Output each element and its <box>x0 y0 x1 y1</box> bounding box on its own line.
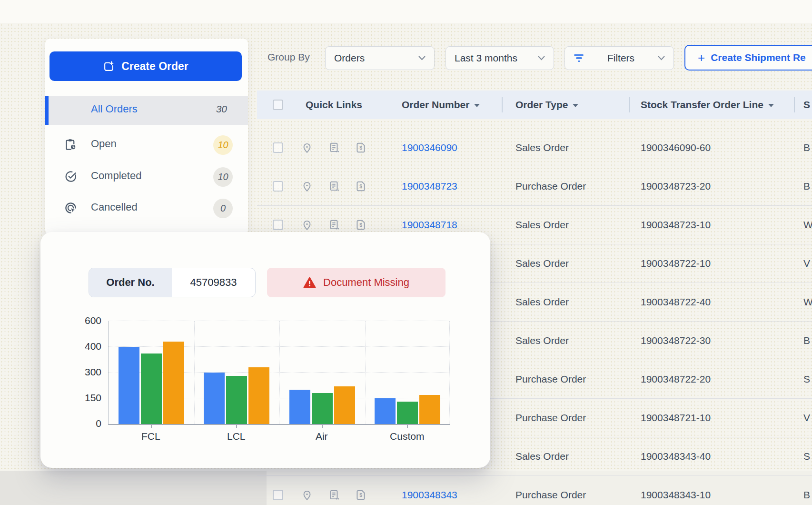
row-checkbox[interactable] <box>273 490 283 500</box>
create-order-button[interactable]: Create Order <box>50 51 242 81</box>
x-axis-tick <box>151 425 152 428</box>
order-notes-icon[interactable] <box>328 219 340 231</box>
table-header: Quick Links Order Number Order Type Stoc… <box>257 91 812 119</box>
row-checkbox[interactable] <box>273 181 283 192</box>
order-no-value: 45709833 <box>172 268 255 297</box>
group-by-select[interactable]: Orders <box>325 46 435 70</box>
order-type-cell: Sales Order <box>515 335 569 346</box>
bar-Custom-orange <box>419 395 440 424</box>
stock-transfer-line-cell: 1900348723-20 <box>641 181 711 192</box>
x-axis-tick <box>322 425 323 428</box>
sort-caret-icon <box>768 104 774 107</box>
stock-transfer-line-cell: 1900348343-40 <box>641 451 711 462</box>
invoice-document-icon[interactable]: $ <box>355 219 367 231</box>
chevron-down-icon <box>658 56 665 61</box>
sidebar-item-completed[interactable]: Completed 10 <box>45 162 248 192</box>
location-pin-icon[interactable] <box>301 219 313 231</box>
create-order-icon <box>103 61 115 72</box>
y-tick-label: 400 <box>68 341 101 352</box>
bar-LCL-green <box>226 376 247 424</box>
x-category-label: Custom <box>378 431 436 442</box>
group-by-label: Group By <box>267 51 310 63</box>
orders-bar-chart <box>108 321 450 425</box>
date-range-select[interactable]: Last 3 months <box>446 46 554 70</box>
sidebar-item-all-orders[interactable]: All Orders 30 <box>45 96 248 125</box>
last-column-cell: V <box>803 412 810 424</box>
order-number-link[interactable]: 1900348718 <box>402 219 457 231</box>
row-checkbox[interactable] <box>273 142 283 153</box>
bottom-shadow-band <box>0 471 267 505</box>
invoice-document-icon[interactable]: $ <box>355 180 367 192</box>
sidebar-item-label: Completed <box>91 170 141 182</box>
location-pin-icon[interactable] <box>301 489 313 501</box>
header-divider <box>502 97 503 112</box>
bar-LCL-blue <box>204 373 225 424</box>
header-order-number[interactable]: Order Number <box>402 91 480 119</box>
last-column-cell: S <box>803 451 810 462</box>
create-shipment-button[interactable]: + Create Shipment Re <box>684 45 812 71</box>
location-pin-icon[interactable] <box>301 141 313 154</box>
svg-text:$: $ <box>359 493 362 498</box>
sidebar-item-label: Cancelled <box>91 201 138 213</box>
header-last-col: S <box>803 91 810 119</box>
order-number-link[interactable]: 1900348723 <box>402 181 457 192</box>
order-notes-icon[interactable] <box>328 489 340 501</box>
x-axis-tick <box>407 425 408 428</box>
header-order-type[interactable]: Order Type <box>515 91 578 119</box>
sidebar-item-label: All Orders <box>91 103 138 115</box>
svg-text:$: $ <box>359 222 362 228</box>
last-column-cell: W <box>803 296 812 308</box>
invoice-document-icon[interactable]: $ <box>355 141 367 154</box>
order-number-link[interactable]: 1900348343 <box>402 489 457 501</box>
order-type-cell: Purchase Order <box>515 374 586 385</box>
bar-FCL-green <box>141 354 162 424</box>
order-number-link[interactable]: 1900346090 <box>402 142 457 153</box>
bar-Air-orange <box>334 386 355 424</box>
active-indicator <box>45 96 49 125</box>
last-column-cell: B <box>803 489 810 501</box>
select-all-checkbox[interactable] <box>273 100 283 110</box>
chevron-down-icon <box>418 56 426 61</box>
order-notes-icon[interactable] <box>328 141 340 154</box>
create-order-label: Create Order <box>121 60 188 73</box>
bar-LCL-orange <box>248 367 269 424</box>
last-column-cell: S <box>803 374 810 385</box>
group-by-value: Orders <box>334 52 365 64</box>
bar-Custom-green <box>397 402 418 424</box>
bar-Air-green <box>312 393 333 424</box>
order-no-field[interactable]: Order No. 45709833 <box>89 268 256 297</box>
top-strip <box>0 0 812 23</box>
clipboard-clock-icon <box>64 138 77 151</box>
order-type-cell: Sales Order <box>515 451 569 462</box>
table-row: $ 1900348343Purchase Order1900348343-10B <box>257 476 812 505</box>
order-notes-icon[interactable] <box>328 180 340 192</box>
stock-transfer-line-cell: 1900348343-10 <box>641 489 711 501</box>
warning-triangle-icon <box>303 276 316 289</box>
bar-FCL-orange <box>163 342 184 424</box>
filters-label: Filters <box>607 52 634 64</box>
filter-icon <box>574 54 584 62</box>
header-quick-links: Quick Links <box>306 91 362 119</box>
order-type-cell: Sales Order <box>515 219 569 231</box>
order-type-cell: Purchase Order <box>515 489 586 501</box>
x-axis-tick <box>236 425 237 428</box>
sidebar-item-cancelled[interactable]: Cancelled 0 <box>45 194 248 223</box>
cancel-click-icon <box>64 202 77 214</box>
app-canvas: Group By Orders Last 3 months Filters + … <box>0 0 812 505</box>
last-column-cell: B <box>803 335 810 346</box>
order-type-cell: Sales Order <box>515 142 569 153</box>
header-stock-transfer[interactable]: Stock Transfer Order Line <box>641 91 774 119</box>
order-detail-popup: Order No. 45709833 Document Missing 0150… <box>40 232 490 468</box>
invoice-document-icon[interactable]: $ <box>355 489 367 501</box>
stock-transfer-line-cell: 1900346090-60 <box>641 142 711 153</box>
order-type-cell: Sales Order <box>515 258 569 269</box>
row-checkbox[interactable] <box>273 220 283 230</box>
y-tick-label: 600 <box>68 315 101 326</box>
count-badge: 10 <box>213 167 233 187</box>
location-pin-icon[interactable] <box>301 180 313 192</box>
sidebar-item-open[interactable]: Open 10 <box>45 131 248 160</box>
filters-button[interactable]: Filters <box>564 46 674 70</box>
sort-caret-icon <box>474 104 480 107</box>
order-type-cell: Purchase Order <box>515 412 586 424</box>
count-badge: 0 <box>213 199 233 218</box>
